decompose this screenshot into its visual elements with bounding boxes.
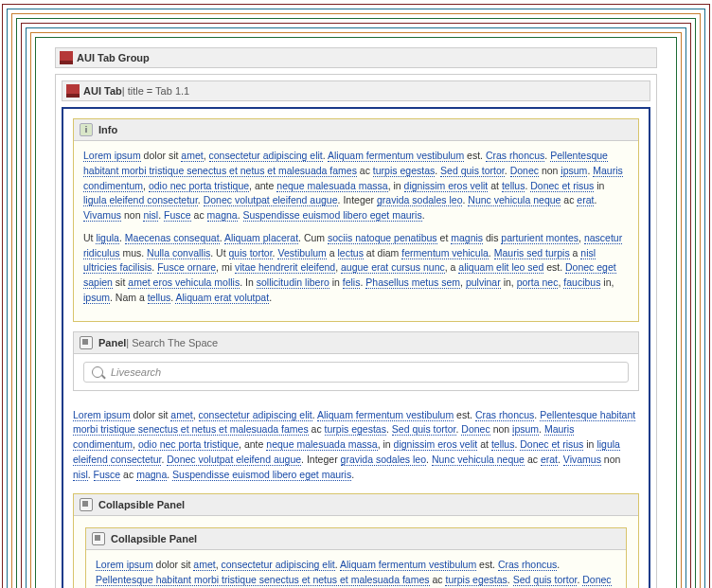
tab-group-header: AUI Tab Group (55, 47, 657, 68)
search-panel-title-bold: Panel (98, 337, 126, 348)
collapsible-inner-panel: Collapsible Panel Lorem ipsum dolor sit … (85, 527, 627, 588)
info-panel-header: i Info (74, 119, 638, 141)
search-icon (92, 366, 103, 378)
tab-label-title: | title = Tab 1.1 (122, 85, 189, 97)
tab-1-1-body: i Info Lorem ipsum dolor sit amet, conse… (62, 107, 650, 588)
mid-text-block: Lorem ipsum dolor sit amet, consectetur … (73, 401, 639, 494)
panel-icon (80, 336, 93, 349)
collapsible-para: Lorem ipsum dolor sit amet, consectetur … (96, 558, 616, 588)
collapsible-panel-body: Collapsible Panel Lorem ipsum dolor sit … (74, 516, 638, 588)
tab-label-prefix: AUI Tab (83, 85, 122, 97)
collapse-icon (80, 498, 93, 511)
collapsible-panel: Collapsible Panel Collapsible Panel Lore… (73, 493, 639, 588)
info-icon: i (80, 123, 93, 136)
info-panel-title: Info (98, 124, 117, 135)
collapse-inner-icon (92, 532, 105, 545)
collapsible-inner-body: Lorem ipsum dolor sit amet, consectetur … (86, 550, 626, 588)
collapsible-inner-header[interactable]: Collapsible Panel (86, 528, 626, 550)
collapsible-panel-header[interactable]: Collapsible Panel (74, 494, 638, 516)
info-para-1: Lorem ipsum dolor sit amet, consectetur … (83, 149, 629, 223)
collapsible-panel-title: Collapsible Panel (98, 499, 185, 510)
info-para-2: Ut ligula. Maecenas consequat. Aliquam p… (83, 231, 629, 306)
tab-1-1-container: AUI Tab | title = Tab 1.1 i Info Lorem i… (55, 74, 657, 588)
livesearch-placeholder: Livesearch (111, 366, 161, 378)
tab-group-icon (60, 51, 73, 64)
search-panel-title-thin: | Search The Space (126, 337, 218, 348)
search-panel-body: Livesearch (74, 354, 638, 390)
livesearch-input[interactable]: Livesearch (83, 362, 629, 383)
search-panel: Panel | Search The Space Livesearch (73, 331, 639, 391)
info-panel: i Info Lorem ipsum dolor sit amet, conse… (73, 118, 639, 322)
collapsible-inner-title: Collapsible Panel (111, 533, 197, 544)
tab-group-title: AUI Tab Group (77, 52, 150, 63)
content-area: AUI Tab Group AUI Tab | title = Tab 1.1 … (40, 42, 672, 588)
mid-para: Lorem ipsum dolor sit amet, consectetur … (73, 408, 639, 483)
tab-1-1-header[interactable]: AUI Tab | title = Tab 1.1 (62, 80, 650, 101)
search-panel-header: Panel | Search The Space (74, 332, 638, 354)
info-panel-body: Lorem ipsum dolor sit amet, consectetur … (74, 141, 638, 321)
tab-icon (66, 84, 80, 98)
